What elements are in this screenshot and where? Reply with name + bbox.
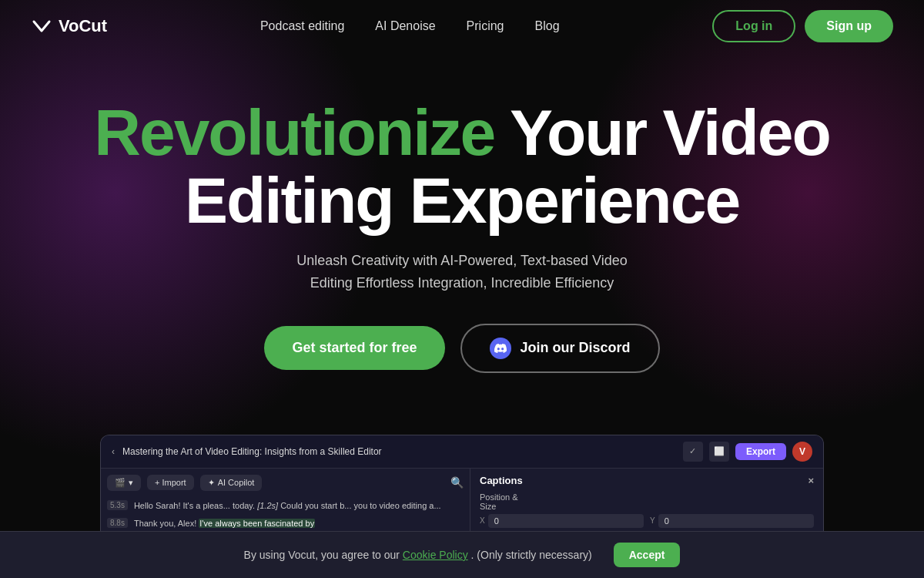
close-panel-button[interactable]: × bbox=[808, 475, 814, 486]
position-size-row: Position & Size bbox=[480, 492, 814, 511]
get-started-button[interactable]: Get started for free bbox=[264, 326, 444, 370]
app-check-icon[interactable]: ✓ bbox=[683, 442, 703, 462]
export-button[interactable]: Export bbox=[735, 443, 786, 460]
transcript-line-1: 5.3s Hello Sarah! It's a pleas... today.… bbox=[107, 497, 464, 515]
search-button[interactable]: 🔍 bbox=[450, 476, 464, 489]
logo-text: VoCut bbox=[59, 16, 107, 36]
signup-button[interactable]: Sign up bbox=[805, 10, 893, 42]
app-bar-actions: ✓ ⬜ Export V bbox=[683, 442, 812, 462]
nav-links: Podcast editing AI Denoise Pricing Blog bbox=[260, 19, 560, 33]
captions-panel-title: Captions × bbox=[480, 475, 814, 486]
nav-item-blog[interactable]: Blog bbox=[535, 19, 560, 33]
app-project-title: Mastering the Art of Video Editing: Insi… bbox=[122, 446, 675, 457]
hero-title: Revolutionize Your VideoEditing Experien… bbox=[31, 99, 893, 234]
discord-button[interactable]: Join our Discord bbox=[460, 324, 660, 373]
hero-actions: Get started for free Join our Discord bbox=[31, 324, 893, 373]
app-toolbar: 🎬▾ + Import ✦ AI Copilot 🔍 bbox=[107, 475, 464, 491]
cookie-banner: By using Vocut, you agree to our Cookie … bbox=[0, 531, 924, 578]
navbar: VoCut Podcast editing AI Denoise Pricing… bbox=[0, 0, 924, 52]
discord-icon bbox=[490, 338, 511, 359]
login-button[interactable]: Log in bbox=[712, 10, 795, 42]
xy-row: X 0 Y 0 bbox=[480, 514, 814, 528]
ai-copilot-button[interactable]: ✦ AI Copilot bbox=[200, 475, 263, 491]
nav-actions: Log in Sign up bbox=[712, 10, 893, 42]
media-type-button[interactable]: 🎬▾ bbox=[107, 475, 141, 491]
hero-title-accent: Revolutionize bbox=[94, 96, 494, 169]
user-avatar: V bbox=[792, 442, 812, 462]
nav-item-pricing[interactable]: Pricing bbox=[467, 19, 504, 33]
cookie-text: By using Vocut, you agree to our Cookie … bbox=[244, 549, 592, 561]
hero-subtitle: Unleash Creativity with AI-Powered, Text… bbox=[31, 250, 893, 294]
accept-cookie-button[interactable]: Accept bbox=[614, 543, 681, 567]
cookie-policy-link[interactable]: Cookie Policy bbox=[403, 549, 468, 561]
nav-item-podcast-editing[interactable]: Podcast editing bbox=[260, 19, 344, 33]
nav-item-ai-denoise[interactable]: AI Denoise bbox=[375, 19, 435, 33]
logo[interactable]: VoCut bbox=[31, 15, 107, 37]
app-bar: ‹ Mastering the Art of Video Editing: In… bbox=[101, 435, 823, 469]
hero-section: Revolutionize Your VideoEditing Experien… bbox=[0, 52, 924, 435]
app-back-button[interactable]: ‹ bbox=[112, 446, 115, 457]
import-button[interactable]: + Import bbox=[147, 475, 194, 490]
app-image-icon[interactable]: ⬜ bbox=[709, 442, 729, 462]
logo-icon bbox=[31, 15, 52, 37]
